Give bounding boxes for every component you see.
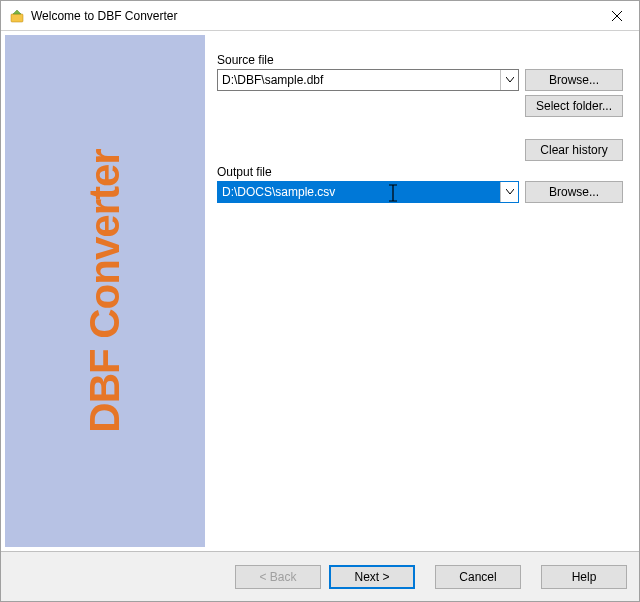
wizard-main: Source file Browse... Select folder. [205, 35, 635, 547]
chevron-down-icon[interactable] [500, 70, 518, 90]
clear-history-button[interactable]: Clear history [525, 139, 623, 161]
browse-source-button[interactable]: Browse... [525, 69, 623, 91]
output-file-combo[interactable] [217, 181, 519, 203]
sidebar-brand: DBF Converter [81, 149, 129, 432]
browse-output-button[interactable]: Browse... [525, 181, 623, 203]
chevron-down-icon[interactable] [500, 182, 518, 202]
cancel-button[interactable]: Cancel [435, 565, 521, 589]
help-button[interactable]: Help [541, 565, 627, 589]
titlebar: Welcome to DBF Converter [1, 1, 639, 31]
source-file-input[interactable] [218, 70, 500, 90]
content-area: DBF Converter Source file B [1, 31, 639, 551]
next-button[interactable]: Next > [329, 565, 415, 589]
svg-rect-0 [11, 14, 23, 22]
wizard-sidebar: DBF Converter [5, 35, 205, 547]
output-file-label: Output file [217, 165, 623, 179]
close-button[interactable] [594, 1, 639, 31]
window-title: Welcome to DBF Converter [31, 9, 594, 23]
output-section: Clear history Output file Browse... [217, 139, 623, 207]
source-file-combo[interactable] [217, 69, 519, 91]
select-folder-button[interactable]: Select folder... [525, 95, 623, 117]
output-file-input[interactable] [218, 182, 500, 202]
source-file-label: Source file [217, 53, 623, 67]
wizard-footer: < Back Next > Cancel Help [1, 551, 639, 601]
app-icon [9, 8, 25, 24]
source-section: Source file Browse... Select folder. [217, 53, 623, 117]
back-button: < Back [235, 565, 321, 589]
